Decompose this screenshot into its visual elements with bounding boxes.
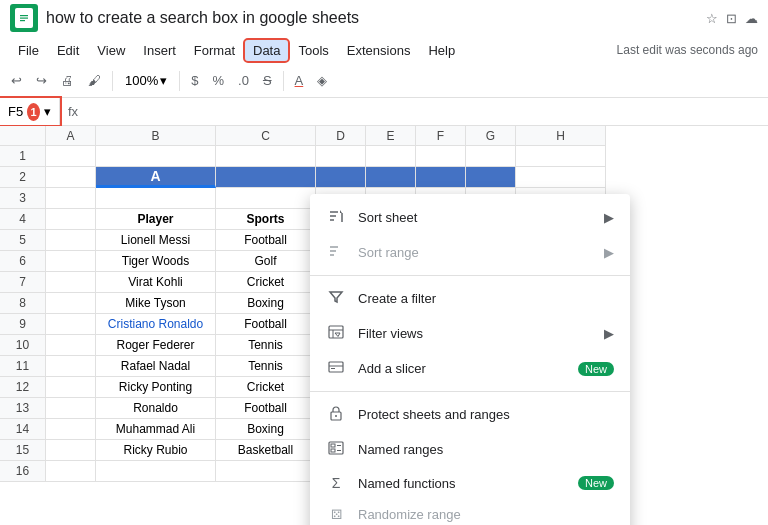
menu-filter-views[interactable]: Filter views ▶: [310, 316, 630, 351]
cell-a9[interactable]: [46, 314, 96, 335]
cell-c2[interactable]: [216, 167, 316, 188]
cell-b1[interactable]: [96, 146, 216, 167]
cell-a6[interactable]: [46, 251, 96, 272]
menu-named-functions[interactable]: Σ Named functions New: [310, 467, 630, 499]
formula-input[interactable]: [86, 104, 768, 119]
cell-h1[interactable]: [516, 146, 606, 167]
menu-sort-range[interactable]: Sort range ▶: [310, 235, 630, 270]
menu-help[interactable]: Help: [420, 40, 463, 61]
paint-format-button[interactable]: 🖌: [83, 69, 106, 92]
cell-c7[interactable]: Cricket: [216, 272, 316, 293]
menu-insert[interactable]: Insert: [135, 40, 184, 61]
col-header-e[interactable]: E: [366, 126, 416, 146]
redo-button[interactable]: ↪: [31, 69, 52, 92]
menu-format[interactable]: Format: [186, 40, 243, 61]
text-color-button[interactable]: A: [290, 69, 309, 92]
menu-randomize-range[interactable]: ⚄ Randomize range: [310, 499, 630, 525]
cell-c9[interactable]: Football: [216, 314, 316, 335]
cell-e2[interactable]: [366, 167, 416, 188]
col-header-b[interactable]: B: [96, 126, 216, 146]
col-header-f[interactable]: F: [416, 126, 466, 146]
menu-edit[interactable]: Edit: [49, 40, 87, 61]
cell-c5[interactable]: Football: [216, 230, 316, 251]
cell-b10[interactable]: Roger Federer: [96, 335, 216, 356]
cell-b12[interactable]: Ricky Ponting: [96, 377, 216, 398]
col-header-h[interactable]: H: [516, 126, 606, 146]
col-header-a[interactable]: A: [46, 126, 96, 146]
menu-view[interactable]: View: [89, 40, 133, 61]
cell-b16[interactable]: [96, 461, 216, 482]
cell-ref-dropdown[interactable]: ▾: [44, 104, 51, 119]
cell-b5[interactable]: Lionell Messi: [96, 230, 216, 251]
cell-d2[interactable]: [316, 167, 366, 188]
format-decimal-button[interactable]: .0: [233, 69, 254, 92]
cell-b2[interactable]: A: [96, 167, 216, 188]
cell-b4[interactable]: Player: [96, 209, 216, 230]
cell-c10[interactable]: Tennis: [216, 335, 316, 356]
cell-b13[interactable]: Ronaldo: [96, 398, 216, 419]
cell-a10[interactable]: [46, 335, 96, 356]
strikethrough-button[interactable]: S: [258, 69, 277, 92]
cell-a2[interactable]: [46, 167, 96, 188]
cell-c8[interactable]: Boxing: [216, 293, 316, 314]
cell-c1[interactable]: [216, 146, 316, 167]
cell-g2[interactable]: [466, 167, 516, 188]
menu-named-ranges[interactable]: Named ranges: [310, 432, 630, 467]
print-button[interactable]: 🖨: [56, 69, 79, 92]
cell-c11[interactable]: Tennis: [216, 356, 316, 377]
menu-data[interactable]: Data: [245, 40, 288, 61]
cell-b7[interactable]: Virat Kohli: [96, 272, 216, 293]
menu-tools[interactable]: Tools: [290, 40, 336, 61]
cell-b6[interactable]: Tiger Woods: [96, 251, 216, 272]
menu-file[interactable]: File: [10, 40, 47, 61]
menu-sort-sheet[interactable]: Sort sheet ▶: [310, 200, 630, 235]
cell-c16[interactable]: [216, 461, 316, 482]
cloud-icon[interactable]: ☁: [745, 11, 758, 26]
menu-create-filter[interactable]: Create a filter: [310, 281, 630, 316]
cell-c12[interactable]: Cricket: [216, 377, 316, 398]
cell-a12[interactable]: [46, 377, 96, 398]
folder-icon[interactable]: ⊡: [726, 11, 737, 26]
cell-b15[interactable]: Ricky Rubio: [96, 440, 216, 461]
cell-b3[interactable]: [96, 188, 216, 209]
cell-g1[interactable]: [466, 146, 516, 167]
col-header-g[interactable]: G: [466, 126, 516, 146]
format-dollar-button[interactable]: $: [186, 69, 203, 92]
menu-extensions[interactable]: Extensions: [339, 40, 419, 61]
cell-a13[interactable]: [46, 398, 96, 419]
undo-button[interactable]: ↩: [6, 69, 27, 92]
zoom-control[interactable]: 100% ▾: [119, 71, 173, 90]
cell-a15[interactable]: [46, 440, 96, 461]
cell-a8[interactable]: [46, 293, 96, 314]
cell-a1[interactable]: [46, 146, 96, 167]
cell-a3[interactable]: [46, 188, 96, 209]
cell-c14[interactable]: Boxing: [216, 419, 316, 440]
menu-add-slicer[interactable]: Add a slicer New: [310, 351, 630, 386]
cell-c13[interactable]: Football: [216, 398, 316, 419]
cell-c6[interactable]: Golf: [216, 251, 316, 272]
col-header-c[interactable]: C: [216, 126, 316, 146]
cell-a4[interactable]: [46, 209, 96, 230]
cell-a7[interactable]: [46, 272, 96, 293]
cell-b8[interactable]: Mike Tyson: [96, 293, 216, 314]
fill-color-button[interactable]: ◈: [312, 69, 332, 92]
cell-b9[interactable]: Cristiano Ronaldo: [96, 314, 216, 335]
cell-c3[interactable]: [216, 188, 316, 209]
format-percent-button[interactable]: %: [207, 69, 229, 92]
cell-d1[interactable]: [316, 146, 366, 167]
cell-h2[interactable]: [516, 167, 606, 188]
col-header-d[interactable]: D: [316, 126, 366, 146]
cell-c15[interactable]: Basketball: [216, 440, 316, 461]
menu-protect-sheets[interactable]: Protect sheets and ranges: [310, 397, 630, 432]
cell-c4[interactable]: Sports: [216, 209, 316, 230]
cell-b11[interactable]: Rafael Nadal: [96, 356, 216, 377]
cell-a16[interactable]: [46, 461, 96, 482]
cell-f1[interactable]: [416, 146, 466, 167]
star-icon[interactable]: ☆: [706, 11, 718, 26]
cell-a5[interactable]: [46, 230, 96, 251]
cell-b14[interactable]: Muhammad Ali: [96, 419, 216, 440]
cell-e1[interactable]: [366, 146, 416, 167]
cell-reference-box[interactable]: F5 1 ▾: [0, 98, 60, 125]
cell-a11[interactable]: [46, 356, 96, 377]
cell-f2[interactable]: [416, 167, 466, 188]
